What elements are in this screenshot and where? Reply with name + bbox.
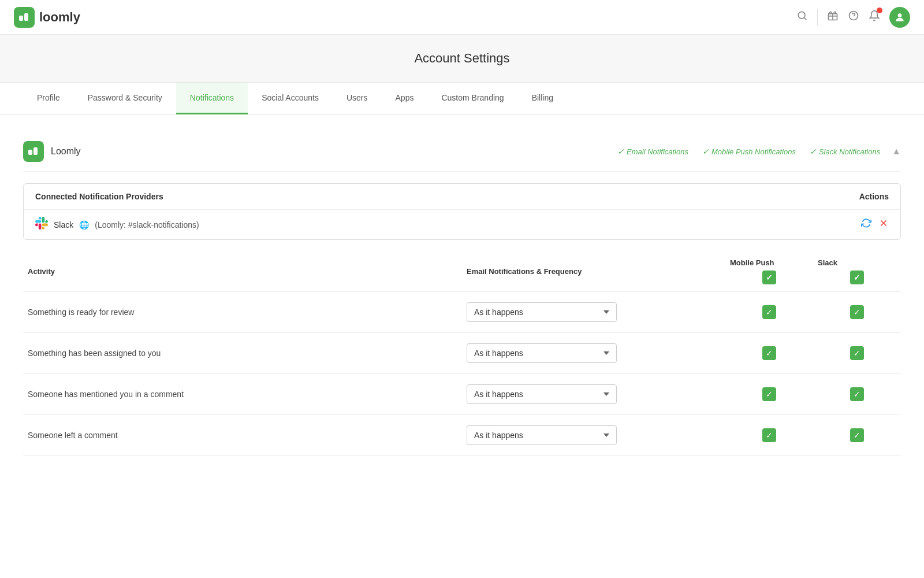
page-title: Account Settings <box>16 51 908 66</box>
providers-header: Connected Notification Providers Actions <box>24 184 900 210</box>
table-row: Something is ready for reviewAs it happe… <box>23 292 901 333</box>
provider-info: Slack 🌐 (Loomly: #slack-notifications) <box>35 217 199 232</box>
tab-billing[interactable]: Billing <box>518 83 567 114</box>
tab-password-security[interactable]: Password & Security <box>74 83 176 114</box>
main-content: Loomly ✓ Email Notifications ✓ Mobile Pu… <box>0 114 924 473</box>
avatar[interactable] <box>889 7 910 28</box>
push-checkbox-cell: ✓ <box>725 374 813 415</box>
logo[interactable]: loomly <box>14 7 80 28</box>
table-row: Someone has mentioned you in a commentAs… <box>23 374 901 415</box>
push-checkbox-cell: ✓ <box>725 292 813 333</box>
slack-all-checkbox[interactable]: ✓ <box>850 271 864 284</box>
push-all-checkbox[interactable]: ✓ <box>762 271 776 284</box>
slack-checkbox-cell: ✓ <box>813 333 901 374</box>
slack-badge-label: Slack Notifications <box>819 147 880 156</box>
push-checkbox[interactable]: ✓ <box>762 346 776 360</box>
tab-profile[interactable]: Profile <box>23 83 74 114</box>
svg-rect-9 <box>33 147 38 155</box>
slack-checkbox[interactable]: ✓ <box>850 387 864 401</box>
email-select-cell: As it happensDaily digestWeekly digestNe… <box>462 292 725 333</box>
activity-cell: Someone has mentioned you in a comment <box>23 374 462 415</box>
col-header-email: Email Notifications & Frequency <box>462 251 725 292</box>
notification-badge <box>877 8 882 13</box>
slack-icon <box>35 217 48 232</box>
logo-text: loomly <box>39 10 80 25</box>
slack-check-icon: ✓ <box>810 147 817 156</box>
logo-icon <box>14 7 35 28</box>
slack-badge: ✓ Slack Notifications <box>810 147 880 156</box>
provider-row: Slack 🌐 (Loomly: #slack-notifications) <box>24 210 900 239</box>
push-checkbox[interactable]: ✓ <box>762 387 776 401</box>
email-badge-label: Email Notifications <box>627 147 688 156</box>
svg-line-3 <box>804 18 807 20</box>
loomly-section-logo <box>23 141 44 162</box>
col-header-slack: Slack ✓ <box>813 251 901 292</box>
push-badge: ✓ Mobile Push Notifications <box>702 147 796 156</box>
notification-bell-icon[interactable] <box>869 10 880 24</box>
push-check-icon: ✓ <box>702 147 709 156</box>
provider-actions <box>861 218 889 231</box>
email-frequency-select[interactable]: As it happensDaily digestWeekly digestNe… <box>467 302 617 322</box>
provider-globe-icon: 🌐 <box>79 220 89 229</box>
tab-nav: Profile Password & Security Notification… <box>0 83 924 114</box>
activity-cell: Something is ready for review <box>23 292 462 333</box>
table-row: Someone left a commentAs it happensDaily… <box>23 415 901 456</box>
svg-rect-8 <box>28 150 32 155</box>
slack-checkbox[interactable]: ✓ <box>850 346 864 360</box>
tab-apps[interactable]: Apps <box>382 83 428 114</box>
email-frequency-select[interactable]: As it happensDaily digestWeekly digestNe… <box>467 425 617 445</box>
provider-detail: (Loomly: #slack-notifications) <box>95 220 199 229</box>
push-checkbox-cell: ✓ <box>725 415 813 456</box>
gift-icon[interactable] <box>827 10 839 24</box>
slack-checkbox-cell: ✓ <box>813 292 901 333</box>
email-badge: ✓ Email Notifications <box>617 147 688 156</box>
help-icon[interactable] <box>848 10 859 24</box>
tab-social-accounts[interactable]: Social Accounts <box>248 83 333 114</box>
collapse-button[interactable]: ▲ <box>892 146 901 157</box>
loomly-section-header: Loomly ✓ Email Notifications ✓ Mobile Pu… <box>23 132 901 172</box>
actions-label: Actions <box>859 192 889 201</box>
svg-rect-1 <box>24 13 28 21</box>
email-select-cell: As it happensDaily digestWeekly digestNe… <box>462 333 725 374</box>
page-title-bar: Account Settings <box>0 35 924 83</box>
tab-notifications[interactable]: Notifications <box>176 83 248 114</box>
email-frequency-select[interactable]: As it happensDaily digestWeekly digestNe… <box>467 343 617 363</box>
activity-cell: Someone left a comment <box>23 415 462 456</box>
email-select-cell: As it happensDaily digestWeekly digestNe… <box>462 374 725 415</box>
slack-checkbox[interactable]: ✓ <box>850 428 864 442</box>
header-divider <box>817 9 818 25</box>
delete-icon[interactable] <box>878 218 889 231</box>
section-title: Loomly <box>51 146 617 157</box>
svg-point-7 <box>898 13 902 17</box>
push-checkbox[interactable]: ✓ <box>762 305 776 319</box>
slack-checkbox-cell: ✓ <box>813 374 901 415</box>
push-badge-label: Mobile Push Notifications <box>711 147 796 156</box>
tab-users[interactable]: Users <box>333 83 382 114</box>
push-checkbox[interactable]: ✓ <box>762 428 776 442</box>
col-header-push: Mobile Push ✓ <box>725 251 813 292</box>
notifications-table: Activity Email Notifications & Frequency… <box>23 251 901 456</box>
email-check-icon: ✓ <box>617 147 624 156</box>
refresh-icon[interactable] <box>861 218 871 231</box>
section-badges: ✓ Email Notifications ✓ Mobile Push Noti… <box>617 147 880 156</box>
tab-custom-branding[interactable]: Custom Branding <box>427 83 517 114</box>
app-header: loomly <box>0 0 924 35</box>
table-row: Something has been assigned to youAs it … <box>23 333 901 374</box>
push-checkbox-cell: ✓ <box>725 333 813 374</box>
slack-checkbox-cell: ✓ <box>813 415 901 456</box>
providers-box: Connected Notification Providers Actions <box>23 183 901 240</box>
svg-point-2 <box>798 12 805 18</box>
email-select-cell: As it happensDaily digestWeekly digestNe… <box>462 415 725 456</box>
email-frequency-select[interactable]: As it happensDaily digestWeekly digestNe… <box>467 384 617 404</box>
search-icon[interactable] <box>796 10 808 24</box>
provider-name: Slack <box>54 220 73 229</box>
svg-rect-0 <box>19 16 23 21</box>
slack-checkbox[interactable]: ✓ <box>850 305 864 319</box>
header-actions <box>796 7 910 28</box>
activity-cell: Something has been assigned to you <box>23 333 462 374</box>
col-header-activity: Activity <box>23 251 462 292</box>
providers-title: Connected Notification Providers <box>35 192 163 201</box>
